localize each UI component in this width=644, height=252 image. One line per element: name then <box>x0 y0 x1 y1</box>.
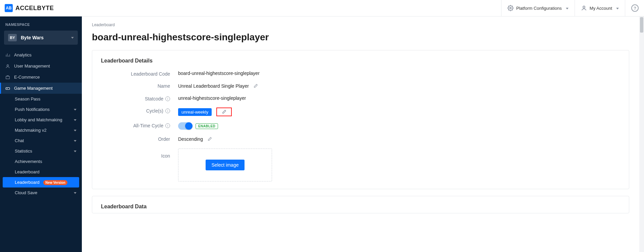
edit-order-button[interactable] <box>206 136 213 142</box>
alltime-toggle[interactable] <box>178 122 192 130</box>
sidebar-item-ecommerce[interactable]: E-Commerce <box>0 72 82 83</box>
platform-configurations-label: Platform Configurations <box>516 6 562 11</box>
subitem-label: Achievements <box>15 159 42 164</box>
help-button[interactable]: ? <box>625 0 639 16</box>
label-name: Name <box>101 83 178 89</box>
chevron-down-icon <box>72 149 76 154</box>
label-order: Order <box>101 136 178 142</box>
toggle-knob <box>185 122 193 130</box>
sidebar-item-user-management[interactable]: User Management <box>0 60 82 72</box>
label-icon: Icon <box>101 149 178 159</box>
main-content: Leaderboard board-unreal-highestscore-si… <box>82 16 644 252</box>
user-icon <box>5 64 10 69</box>
scrollbar-thumb[interactable] <box>640 17 643 33</box>
subitem-lobby-matchmaking[interactable]: Lobby and Matchmaking <box>0 115 82 125</box>
svg-point-0 <box>510 7 512 9</box>
sidebar-section-label: NAMESPACE <box>0 16 82 31</box>
chart-icon <box>5 53 10 57</box>
select-image-button[interactable]: Select image <box>206 160 245 170</box>
label-statcode: Statcode <box>145 96 163 101</box>
subitem-label: Leaderboard <box>15 180 40 185</box>
subitem-matchmaking-v2[interactable]: Matchmaking v2 <box>0 125 82 135</box>
subitem-chat[interactable]: Chat <box>0 135 82 146</box>
sidebar-item-label: E-Commerce <box>14 75 40 80</box>
subitem-leaderboard-new[interactable]: Leaderboard New Version <box>3 177 79 187</box>
pencil-icon <box>253 84 258 88</box>
chevron-down-icon <box>72 118 76 122</box>
cycle-tag: unreal-weekly <box>178 108 212 116</box>
namespace-picker[interactable]: BY Byte Wars <box>4 31 78 45</box>
sidebar: NAMESPACE BY Byte Wars Analytics User Ma… <box>0 16 82 252</box>
brand-name: ACCELBYTE <box>15 5 54 12</box>
subitem-push-notifications[interactable]: Push Notifications <box>0 104 82 115</box>
subitem-achievements[interactable]: Achievements <box>0 156 82 167</box>
namespace-name: Byte Wars <box>21 35 70 40</box>
edit-cycles-button[interactable] <box>222 110 226 114</box>
page-title: board-unreal-highestscore-singleplayer <box>92 32 629 43</box>
new-version-badge: New Version <box>43 180 67 185</box>
subitem-label: Season Pass <box>15 96 41 101</box>
sidebar-item-label: Game Management <box>14 86 53 91</box>
gear-icon <box>507 5 514 11</box>
sidebar-item-game-management[interactable]: Game Management <box>0 83 82 94</box>
leaderboard-details-card: Leaderboard Details Leaderboard Code boa… <box>92 50 629 189</box>
chevron-down-icon <box>72 107 76 112</box>
subitem-cloud-save[interactable]: Cloud Save <box>0 187 82 198</box>
platform-configurations-menu[interactable]: Platform Configurations <box>501 0 575 16</box>
sidebar-item-label: User Management <box>14 64 50 69</box>
gamepad-icon <box>5 86 10 91</box>
alltime-status-badge: ENABLED <box>196 123 218 129</box>
subitem-label: Cloud Save <box>15 190 37 195</box>
subitem-leaderboard[interactable]: Leaderboard <box>0 167 82 177</box>
info-icon[interactable]: i <box>165 109 170 113</box>
breadcrumb[interactable]: Leaderboard <box>92 23 629 27</box>
brand: AB ACCELBYTE <box>5 4 54 12</box>
chevron-down-icon <box>72 128 76 133</box>
sidebar-item-label: Analytics <box>14 52 32 57</box>
pencil-icon <box>207 137 212 141</box>
info-icon[interactable]: i <box>165 96 170 101</box>
edit-name-button[interactable] <box>252 83 259 89</box>
subitem-label: Matchmaking v2 <box>15 128 47 133</box>
pencil-icon <box>222 110 226 114</box>
svg-point-1 <box>583 6 585 8</box>
subitem-label: Push Notifications <box>15 107 50 112</box>
store-icon <box>5 75 10 80</box>
card-title: Leaderboard Data <box>101 204 620 210</box>
icon-dropzone[interactable]: Select image <box>178 149 272 181</box>
svg-point-2 <box>7 65 9 66</box>
topbar: AB ACCELBYTE Platform Configurations My … <box>0 0 644 16</box>
label-alltime-cycle: All-Time Cycle <box>133 123 163 128</box>
scrollbar[interactable] <box>639 16 644 252</box>
subitem-statistics[interactable]: Statistics <box>0 146 82 156</box>
chevron-down-icon <box>615 6 619 11</box>
value-order: Descending <box>178 136 203 142</box>
subitem-label: Leaderboard <box>15 169 40 174</box>
subitem-label: Statistics <box>15 149 32 154</box>
topbar-right: Platform Configurations My Account ? <box>501 0 639 16</box>
sidebar-item-analytics[interactable]: Analytics <box>0 49 82 60</box>
leaderboard-data-card: Leaderboard Data <box>92 196 629 213</box>
subitem-season-pass[interactable]: Season Pass <box>0 94 82 104</box>
help-icon: ? <box>631 4 639 12</box>
subitem-label: Lobby and Matchmaking <box>15 117 62 122</box>
chevron-down-icon <box>565 6 569 11</box>
chevron-down-icon <box>72 138 76 143</box>
label-cycles: Cycle(s) <box>146 108 163 114</box>
card-title: Leaderboard Details <box>101 58 620 64</box>
label-leaderboard-code: Leaderboard Code <box>101 71 178 77</box>
svg-rect-4 <box>6 87 10 89</box>
svg-rect-3 <box>6 76 10 79</box>
value-statcode: unreal-highestscore-singleplayer <box>178 95 246 101</box>
chevron-down-icon <box>70 35 74 41</box>
namespace-badge: BY <box>8 34 17 41</box>
my-account-menu[interactable]: My Account <box>575 0 625 16</box>
brand-logo: AB <box>5 4 13 12</box>
my-account-label: My Account <box>590 6 612 11</box>
value-name: Unreal Leaderboard Single Player <box>178 83 249 89</box>
edit-cycles-highlight <box>216 108 232 116</box>
chevron-down-icon <box>72 191 76 195</box>
value-leaderboard-code: board-unreal-highestscore-singleplayer <box>178 71 260 76</box>
info-icon[interactable]: i <box>165 123 170 128</box>
subitem-label: Chat <box>15 138 24 143</box>
